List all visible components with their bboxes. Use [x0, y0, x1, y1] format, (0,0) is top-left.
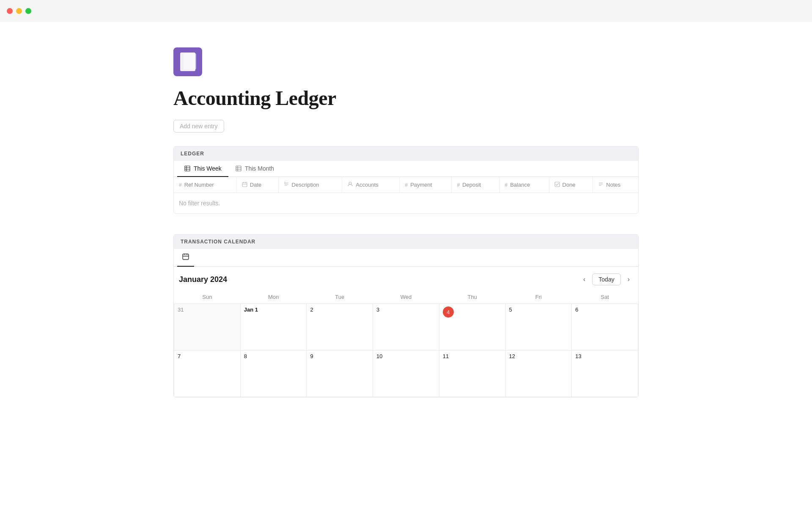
cal-day-jan-2[interactable]: 2	[307, 304, 373, 351]
calendar-grid: Sun Mon Tue Wed Thu Fri Sat 31	[174, 290, 638, 397]
cal-day-jan-8[interactable]: 8	[240, 351, 307, 397]
cal-day-jan-5[interactable]: 5	[505, 304, 572, 351]
day-header-thu: Thu	[439, 290, 505, 304]
tab-this-week[interactable]: This Week	[177, 161, 228, 177]
cal-day-jan-7[interactable]: 7	[174, 351, 241, 397]
app-icon	[173, 47, 202, 76]
titlebar	[0, 0, 812, 22]
day-header-mon: Mon	[240, 290, 307, 304]
table-icon	[184, 165, 191, 172]
cal-day-jan-10[interactable]: 10	[373, 351, 439, 397]
cal-day-jan-12[interactable]: 12	[505, 351, 572, 397]
today-button[interactable]: Today	[592, 273, 620, 285]
col-date[interactable]: Date	[236, 177, 278, 193]
cal-day-jan-9[interactable]: 9	[307, 351, 373, 397]
no-results-row: No filter results.	[174, 193, 638, 214]
calendar-tab-bar	[174, 249, 638, 267]
calendar-section: TRANSACTION CALENDAR January 2024 ‹	[173, 234, 639, 398]
cal-day-jan-4[interactable]: 4	[439, 304, 505, 351]
col-description[interactable]: Description	[278, 177, 342, 193]
day-header-fri: Fri	[505, 290, 572, 304]
maximize-button[interactable]	[25, 8, 31, 14]
day-header-sun: Sun	[174, 290, 241, 304]
tab-this-week-label: This Week	[194, 165, 222, 172]
calendar-section-header: TRANSACTION CALENDAR	[174, 235, 638, 249]
page-title: Accounting Ledger	[173, 86, 639, 110]
col-deposit[interactable]: #Deposit	[452, 177, 499, 193]
ledger-tabs: This Week This Month	[174, 161, 638, 177]
calendar-header: January 2024 ‹ Today ›	[174, 267, 638, 290]
minimize-button[interactable]	[16, 8, 22, 14]
svg-rect-8	[242, 182, 247, 187]
calendar-outer: TRANSACTION CALENDAR January 2024 ‹	[173, 234, 639, 398]
add-entry-button[interactable]: Add new entry	[173, 120, 224, 133]
tab-this-month[interactable]: This Month	[228, 161, 281, 177]
prev-month-button[interactable]: ‹	[580, 274, 589, 285]
svg-rect-0	[185, 166, 190, 171]
table-icon-2	[235, 165, 242, 172]
cal-tab-month[interactable]	[177, 249, 194, 267]
svg-rect-20	[183, 254, 189, 260]
ledger-section-header: LEDGER	[174, 146, 638, 161]
col-balance[interactable]: #Balance	[499, 177, 549, 193]
main-content: Accounting Ledger Add new entry LEDGER T…	[131, 22, 681, 423]
col-done[interactable]: Done	[549, 177, 593, 193]
day-header-sat: Sat	[572, 290, 638, 304]
tab-this-month-label: This Month	[245, 165, 274, 172]
col-accounts[interactable]: Accounts	[342, 177, 400, 193]
calendar-week-2: 7 8 9 10 11	[174, 351, 638, 397]
calendar-week-1: 31 Jan 1 2 3 4	[174, 304, 638, 351]
svg-rect-16	[555, 182, 560, 187]
cal-day-jan-3[interactable]: 3	[373, 304, 439, 351]
next-month-button[interactable]: ›	[624, 274, 633, 285]
cal-day-jan-6[interactable]: 6	[572, 304, 638, 351]
ledger-table: #Ref Number Date	[174, 177, 638, 213]
col-ref-number[interactable]: #Ref Number	[174, 177, 236, 193]
calendar-month-title: January 2024	[179, 275, 227, 284]
cal-day-jan-11[interactable]: 11	[439, 351, 505, 397]
col-payment[interactable]: #Payment	[400, 177, 452, 193]
day-header-wed: Wed	[373, 290, 439, 304]
cal-day-jan-13[interactable]: 13	[572, 351, 638, 397]
ledger-section: LEDGER This Week	[173, 146, 639, 214]
calendar-navigation: ‹ Today ›	[580, 273, 633, 285]
close-button[interactable]	[7, 8, 13, 14]
col-notes[interactable]: Notes	[593, 177, 638, 193]
cal-day-jan-1[interactable]: Jan 1	[240, 304, 307, 351]
day-header-tue: Tue	[307, 290, 373, 304]
svg-rect-4	[236, 166, 241, 171]
cal-day-dec-31[interactable]: 31	[174, 304, 241, 351]
